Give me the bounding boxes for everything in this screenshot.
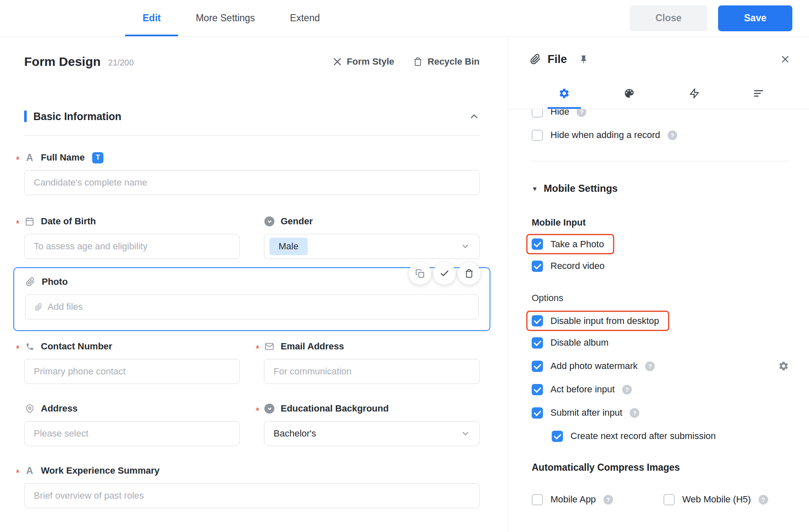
help-icon[interactable]: ? — [759, 495, 768, 504]
work-experience-input[interactable]: Brief overview of past roles — [24, 483, 480, 508]
required-asterisk: * — [256, 344, 259, 355]
pin-icon[interactable] — [579, 55, 588, 64]
email-address-input[interactable]: For communication — [264, 359, 480, 384]
checkbox-disable-input-from-desktop-highlighted[interactable]: Disable input from desktop — [526, 311, 669, 331]
checkbox-create-next-record[interactable]: Create next record after submission — [532, 424, 789, 448]
calendar-icon — [24, 217, 35, 226]
checkbox — [532, 361, 543, 372]
checkbox-hide-when-adding-record[interactable]: Hide when adding a record ? — [532, 123, 789, 147]
required-asterisk: * — [16, 468, 20, 479]
paperclip-icon — [25, 277, 36, 286]
contact-number-input[interactable]: Primary phone contact — [24, 359, 240, 384]
field-email-address[interactable]: * Email Address For communication — [264, 340, 480, 384]
checkbox-take-a-photo-highlighted[interactable]: Take a Photo — [526, 234, 614, 254]
field-address[interactable]: Address Please select — [24, 402, 240, 446]
lightning-icon — [689, 88, 700, 99]
photo-upload-input[interactable]: Add files — [25, 294, 479, 319]
checkbox — [532, 315, 543, 326]
palette-icon — [623, 88, 635, 99]
section-divider — [24, 135, 480, 136]
checkbox — [532, 337, 543, 349]
field-gender[interactable]: Gender Male — [264, 215, 480, 259]
dropdown-circle-icon — [264, 404, 275, 414]
tab-more-settings[interactable]: More Settings — [178, 0, 272, 36]
field-label: Contact Number — [41, 341, 112, 352]
checkbox-mobile-app[interactable]: Mobile App ? — [532, 488, 663, 511]
date-of-birth-input[interactable]: To assess age and eligibility — [24, 234, 240, 259]
mobile-settings-header[interactable]: ▼ Mobile Settings — [532, 181, 789, 196]
field-count: 21/200 — [108, 58, 133, 68]
tab-edit[interactable]: Edit — [125, 0, 178, 36]
topbar-actions: Close Save — [630, 5, 809, 31]
form-style-button[interactable]: Form Style — [333, 56, 394, 67]
page-title: Form Design — [24, 55, 100, 69]
section-basic-information: Basic Information — [24, 109, 480, 123]
checkbox-add-photo-watermark[interactable]: Add photo watermark ? — [532, 354, 789, 378]
checkbox — [532, 130, 543, 141]
checkbox — [532, 238, 543, 250]
help-icon[interactable]: ? — [630, 408, 639, 418]
field-contact-number[interactable]: * Contact Number Primary phone contact — [24, 340, 240, 384]
close-button[interactable]: Close — [630, 5, 708, 31]
gender-select[interactable]: Male — [264, 234, 480, 259]
form-style-label: Form Style — [347, 56, 394, 67]
phone-icon — [24, 342, 35, 351]
dropdown-circle-icon — [264, 216, 275, 226]
watermark-settings-gear-icon[interactable] — [778, 361, 789, 371]
checkbox-label: Record video — [550, 261, 605, 271]
tab-style-settings[interactable] — [623, 78, 635, 109]
field-educational-background[interactable]: * Educational Background Bachelor's — [264, 402, 480, 446]
educational-background-select[interactable]: Bachelor's — [264, 421, 480, 446]
checkbox-act-before-input[interactable]: Act before input ? — [532, 378, 789, 401]
field-full-name[interactable]: * A Full Name T Candidate's complete nam… — [24, 151, 480, 195]
align-lines-icon — [753, 88, 764, 99]
checkbox-label: Add photo watermark — [550, 361, 638, 371]
full-name-input[interactable]: Candidate's complete name — [24, 170, 480, 195]
checkbox-label: Hide when adding a record — [550, 130, 660, 141]
field-label: Educational Background — [281, 403, 389, 414]
field-label: Address — [41, 403, 78, 414]
close-panel-icon[interactable] — [780, 54, 791, 65]
recycle-bin-button[interactable]: Recycle Bin — [413, 56, 480, 67]
tab-layout-settings[interactable] — [753, 78, 764, 109]
help-icon[interactable]: ? — [603, 495, 613, 504]
gear-icon — [558, 88, 570, 99]
location-icon — [24, 404, 35, 413]
address-select[interactable]: Please select — [24, 421, 240, 446]
top-bar: Edit More Settings Extend Close Save — [0, 0, 809, 37]
checkbox-web-mobile-h5[interactable]: Web Mobile (H5) ? — [663, 488, 768, 511]
collapse-section-icon[interactable] — [469, 111, 480, 122]
panel-body: Hide ? Hide when adding a record ? ▼ Mob… — [508, 109, 809, 511]
checkbox — [663, 494, 675, 505]
field-label: Work Experience Summary — [41, 465, 160, 476]
required-asterisk: * — [16, 155, 20, 166]
options-heading: Options — [532, 293, 789, 305]
help-icon[interactable]: ? — [668, 130, 677, 140]
tab-event-settings[interactable] — [689, 78, 700, 109]
section-accent-bar — [24, 110, 27, 122]
field-date-of-birth[interactable]: * Date of Birth To assess age and eligib… — [24, 215, 240, 259]
checkbox-submit-after-input[interactable]: Submit after input ? — [532, 401, 789, 424]
checkbox-label: Mobile App — [550, 494, 596, 505]
field-label: Photo — [42, 276, 68, 287]
panel-tabs — [508, 78, 809, 109]
help-icon[interactable]: ? — [622, 385, 632, 394]
field-photo-selected[interactable]: Photo Add files — [13, 267, 490, 331]
mail-icon — [264, 342, 275, 351]
checkbox-record-video[interactable]: Record video — [532, 254, 789, 278]
mobile-settings-title: Mobile Settings — [544, 183, 618, 194]
save-button[interactable]: Save — [718, 5, 792, 31]
selected-option-pill: Male — [269, 238, 308, 255]
field-work-experience[interactable]: * A Work Experience Summary Brief overvi… — [24, 464, 480, 508]
tab-field-settings[interactable] — [558, 78, 570, 109]
text-field-icon: A — [24, 465, 35, 477]
field-label: Full Name — [41, 152, 85, 163]
tab-extend[interactable]: Extend — [272, 0, 337, 36]
paperclip-icon — [35, 303, 43, 311]
title-field-badge: T — [92, 152, 103, 163]
checkbox-disable-album[interactable]: Disable album — [532, 331, 789, 354]
form-style-icon — [333, 57, 342, 66]
required-asterisk: * — [16, 218, 20, 230]
required-asterisk: * — [256, 406, 259, 417]
help-icon[interactable]: ? — [645, 361, 655, 371]
